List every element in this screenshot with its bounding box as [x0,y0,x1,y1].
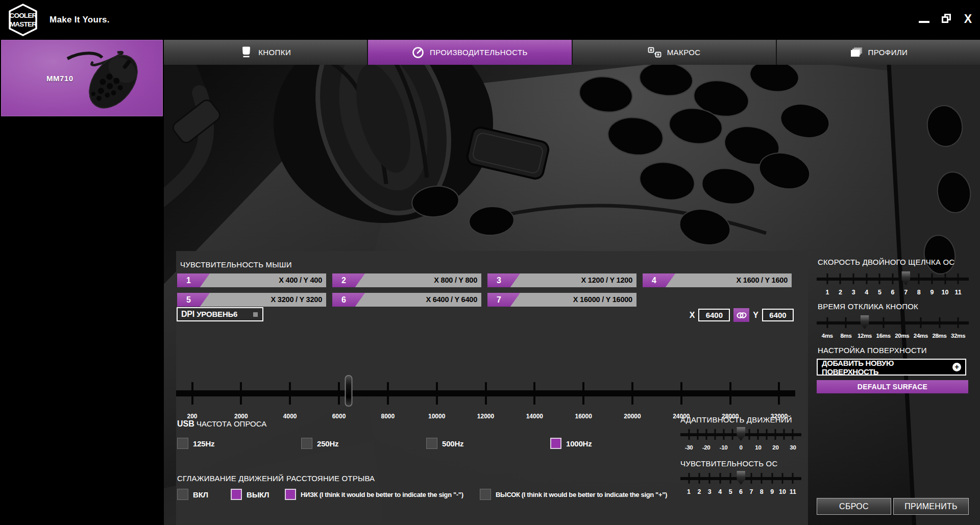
slider-tick-label: 7 [904,289,908,296]
slider-tick [771,473,773,484]
slider-handle[interactable] [345,375,353,407]
dpi-y-input[interactable]: 6400 [762,309,794,321]
polling-option[interactable]: 500Hz [426,438,463,449]
default-surface-button[interactable]: DEFAULT SURFACE [817,380,968,393]
tab-label: МАКРОС [667,48,701,57]
dpi-level-bar[interactable]: 1 X 400 / Y 400 [177,273,326,287]
slider-tick-label: -20 [702,444,710,451]
tab-profiles[interactable]: ПРОФИЛИ [777,40,980,65]
slider-tick [289,382,291,405]
angle-snapping-option[interactable]: ВЫКЛ [231,489,269,500]
mouse-icon [240,46,253,58]
slider-tick [920,317,921,328]
slider-tick [883,317,884,328]
checkbox[interactable] [177,438,188,449]
slider-handle[interactable] [901,271,910,285]
slider-tick [387,382,389,405]
button-response-slider[interactable]: 4ms8ms12ms16ms20ms24ms28ms32ms [817,313,969,344]
dpi-level-dropdown[interactable]: DPI УРОВЕНЬ6 [177,307,263,321]
reset-button[interactable]: СБРОС [817,498,891,515]
minimize-icon[interactable] [919,21,929,23]
xy-link-button[interactable] [733,308,749,322]
slider-tick [485,382,487,405]
checkbox[interactable] [426,438,437,449]
slider-tick [845,317,847,328]
slider-tick [866,273,867,284]
slider-tick [879,273,880,284]
apply-button[interactable]: ПРИМЕНИТЬ [893,498,969,515]
checkbox[interactable] [480,489,491,500]
slider-tick-label: 28ms [932,333,946,339]
checkbox-label: ВЫСОК (I think it would be better to ind… [496,491,667,498]
polling-option[interactable]: 125Hz [177,438,214,449]
dpi-level-bar[interactable]: 6 X 6400 / Y 6400 [332,293,481,307]
angle-snapping-option[interactable]: ВКЛ [177,489,208,500]
slider-tick-label: 16ms [876,333,891,339]
slider-tick-label: 8 [917,289,921,296]
dpi-level-value: X 3200 / Y 3200 [210,293,326,307]
dpi-x-input[interactable]: 6400 [698,309,730,321]
svg-text:MASTER: MASTER [10,20,37,28]
slider-tick [750,473,752,484]
title-bar: COOLER MASTER Make It Yours. X [0,0,980,40]
add-new-surface-button[interactable]: ДОБАВИТЬ НОВУЮ ПОВЕРХНОСТЬ + [817,359,966,376]
close-icon[interactable]: X [964,13,972,24]
checkbox[interactable] [285,489,296,500]
adaptive-movement-block: АДАПТИВНОСТЬ ДВИЖЕНИЙ -30-20-100102030 [680,415,801,457]
liftoff-option[interactable]: ВЫСОК (I think it would be better to ind… [480,489,667,500]
liftoff-option[interactable]: НИЗК (I think it would be better to indi… [285,489,463,500]
dpi-level-bar[interactable]: 7 X 16000 / Y 16000 [487,293,636,307]
checkbox[interactable] [550,438,561,449]
sidebar: MM710 [0,40,164,525]
slider-tick-label: 3 [852,289,855,296]
checkbox[interactable] [177,489,188,500]
tab-buttons[interactable]: КНОПКИ [164,40,368,65]
polling-option[interactable]: 1000Hz [550,438,592,449]
polling-option[interactable]: 250Hz [301,438,338,449]
dpi-level-bar[interactable]: 2 X 800 / Y 800 [332,273,481,287]
slider-tick [918,273,920,284]
slider-tick [714,429,716,440]
slider-handle[interactable] [737,427,745,441]
tab-macro[interactable]: + МАКРОС [573,40,777,65]
slider-rail: 4ms8ms12ms16ms20ms24ms28ms32ms [827,313,958,344]
dpi-level-bar[interactable]: 3 X 1200 / Y 1200 [487,273,636,287]
slider-rail: -30-20-100102030 [689,425,793,457]
double-click-speed-slider[interactable]: 1234567891011 [817,269,969,300]
dpi-level-number: 4 [643,273,675,287]
slider-tick [853,273,854,284]
checkbox[interactable] [231,489,242,500]
slider-tick [729,382,731,405]
tab-performance[interactable]: ПРОИЗВОДИТЕЛЬНОСТЬ [368,40,572,65]
adaptive-movement-slider[interactable]: -30-20-100102030 [680,425,801,457]
maximize-front-square [942,16,948,23]
slider-tick [680,382,682,405]
dpi-level-number: 7 [487,293,520,307]
slider-tick [901,317,903,328]
mouse-sensitivity-title: ЧУВСТВИТЕЛЬНОСТЬ МЫШИ [180,260,292,269]
checkbox-label: ВКЛ [193,490,208,499]
maximize-icon[interactable] [942,14,952,24]
slider-handle[interactable] [861,315,869,329]
slider-tick [782,473,783,484]
dpi-xy-inputs: X 6400 Y 6400 [690,308,794,322]
link-icon [736,312,747,319]
slider-handle[interactable] [737,471,745,485]
dpi-level-number: 3 [487,273,520,287]
dpi-level-number: 5 [177,293,210,307]
device-card-mm710[interactable]: MM710 [1,40,163,116]
tab-label: ПРОИЗВОДИТЕЛЬНОСТЬ [430,48,528,57]
slider-tick [688,429,690,440]
slider-tick [958,317,959,328]
slider-tick-label: 20ms [895,333,909,339]
dpi-level-value: X 16000 / Y 16000 [520,293,636,307]
dpi-level-bar[interactable]: 5 X 3200 / Y 3200 [177,293,326,307]
x-label: X [690,311,695,320]
tab-label: ПРОФИЛИ [868,48,908,57]
checkbox[interactable] [301,438,312,449]
slider-tick [749,429,750,440]
dpi-level-bar[interactable]: 4 X 1600 / Y 1600 [643,273,792,287]
dpi-level-number: 2 [332,273,365,287]
dpi-level-value: X 400 / Y 400 [210,273,326,287]
plus-icon: + [952,363,961,371]
